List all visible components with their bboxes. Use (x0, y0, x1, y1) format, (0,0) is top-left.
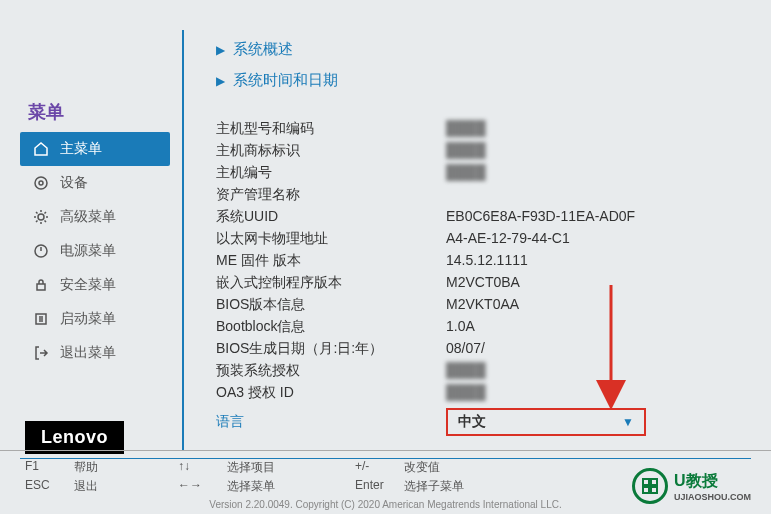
info-label: 主机商标标识 (216, 142, 446, 160)
info-value: 08/07/ (446, 340, 485, 358)
key-group: ↑↓选择项目←→选择菜单 (178, 459, 275, 495)
chevron-right-icon: ▶ (216, 43, 225, 57)
info-value: ████ (446, 362, 486, 380)
sidebar: 菜单 主菜单 设备 高级菜单 (20, 10, 170, 450)
key-group: F1帮助ESC退出 (25, 459, 98, 495)
svg-point-1 (39, 181, 43, 185)
info-value: ████ (446, 142, 486, 160)
info-value: EB0C6E8A-F93D-11EA-AD0F (446, 208, 635, 226)
nav-system-datetime[interactable]: ▶ 系统时间和日期 (216, 71, 731, 90)
key-desc: 选择项目 (227, 459, 275, 476)
info-row: BIOS生成日期（月:日:年）08/07/ (216, 340, 731, 358)
key-name: Enter (355, 478, 390, 495)
menu-title: 菜单 (20, 100, 170, 124)
language-value: 中文 (458, 413, 486, 431)
info-row: 资产管理名称 (216, 186, 731, 204)
info-label: Bootblock信息 (216, 318, 446, 336)
key-hint: ↑↓选择项目 (178, 459, 275, 476)
info-row: 预装系统授权████ (216, 362, 731, 380)
sidebar-item-device[interactable]: 设备 (20, 166, 170, 200)
info-row: 以太网卡物理地址A4-AE-12-79-44-C1 (216, 230, 731, 248)
svg-rect-10 (651, 487, 657, 493)
main-content: ▶ 系统概述 ▶ 系统时间和日期 主机型号和编码████主机商标标识████主机… (196, 10, 751, 450)
sidebar-item-exit[interactable]: 退出菜单 (20, 336, 170, 370)
info-label: BIOS生成日期（月:日:年） (216, 340, 446, 358)
info-label: 资产管理名称 (216, 186, 446, 204)
sidebar-item-label: 电源菜单 (60, 242, 116, 260)
key-hint: +/-改变值 (355, 459, 464, 476)
language-select[interactable]: 中文 ▼ (446, 408, 646, 436)
info-row: 主机型号和编码████ (216, 120, 731, 138)
info-row: OA3 授权 ID████ (216, 384, 731, 402)
info-label: BIOS版本信息 (216, 296, 446, 314)
nav-system-overview[interactable]: ▶ 系统概述 (216, 40, 731, 59)
info-label: 嵌入式控制程序版本 (216, 274, 446, 292)
key-hint: Enter选择子菜单 (355, 478, 464, 495)
lock-icon (32, 276, 50, 294)
watermark-icon (632, 468, 668, 504)
sidebar-item-boot[interactable]: 启动菜单 (20, 302, 170, 336)
info-row: BIOS版本信息M2VKT0AA (216, 296, 731, 314)
sidebar-item-main[interactable]: 主菜单 (20, 132, 170, 166)
sidebar-item-advanced[interactable]: 高级菜单 (20, 200, 170, 234)
device-icon (32, 174, 50, 192)
key-desc: 选择子菜单 (404, 478, 464, 495)
sidebar-item-label: 退出菜单 (60, 344, 116, 362)
info-label: 主机型号和编码 (216, 120, 446, 138)
info-row: Bootblock信息1.0A (216, 318, 731, 336)
sidebar-item-label: 高级菜单 (60, 208, 116, 226)
key-name: ↑↓ (178, 459, 213, 476)
key-hint: ESC退出 (25, 478, 98, 495)
info-label: ME 固件 版本 (216, 252, 446, 270)
key-hint: F1帮助 (25, 459, 98, 476)
watermark: U教授 UJIAOSHOU.COM (632, 468, 751, 504)
menu-list: 主菜单 设备 高级菜单 电源菜单 (20, 132, 170, 370)
key-desc: 选择菜单 (227, 478, 275, 495)
key-hint: ←→选择菜单 (178, 478, 275, 495)
info-value: M2VKT0AA (446, 296, 519, 314)
sidebar-item-label: 设备 (60, 174, 88, 192)
svg-point-2 (38, 214, 44, 220)
boot-icon (32, 310, 50, 328)
info-label: 主机编号 (216, 164, 446, 182)
info-row: 嵌入式控制程序版本M2VCT0BA (216, 274, 731, 292)
key-name: ESC (25, 478, 60, 495)
key-name: +/- (355, 459, 390, 476)
key-desc: 改变值 (404, 459, 440, 476)
key-group: +/-改变值Enter选择子菜单 (355, 459, 464, 495)
key-name: F1 (25, 459, 60, 476)
language-label: 语言 (216, 413, 446, 431)
info-value: M2VCT0BA (446, 274, 520, 292)
info-value: ████ (446, 384, 486, 402)
key-desc: 退出 (74, 478, 98, 495)
info-value: ████ (446, 164, 486, 182)
exit-icon (32, 344, 50, 362)
svg-rect-4 (37, 284, 45, 290)
info-label: 系统UUID (216, 208, 446, 226)
info-label: 以太网卡物理地址 (216, 230, 446, 248)
key-name: ←→ (178, 478, 213, 495)
sidebar-item-security[interactable]: 安全菜单 (20, 268, 170, 302)
power-icon (32, 242, 50, 260)
info-row: 主机商标标识████ (216, 142, 731, 160)
watermark-text: U教授 UJIAOSHOU.COM (674, 471, 751, 502)
info-label: OA3 授权 ID (216, 384, 446, 402)
svg-point-0 (35, 177, 47, 189)
key-desc: 帮助 (74, 459, 98, 476)
nav-label: 系统概述 (233, 40, 293, 59)
nav-label: 系统时间和日期 (233, 71, 338, 90)
svg-rect-7 (643, 479, 649, 485)
vertical-divider (182, 30, 184, 450)
gear-icon (32, 208, 50, 226)
info-section: 主机型号和编码████主机商标标识████主机编号████资产管理名称系统UUI… (216, 120, 731, 402)
sidebar-item-label: 启动菜单 (60, 310, 116, 328)
home-icon (32, 140, 50, 158)
info-value: 1.0A (446, 318, 475, 336)
svg-rect-9 (643, 487, 649, 493)
info-value: 14.5.12.1111 (446, 252, 528, 270)
sidebar-item-power[interactable]: 电源菜单 (20, 234, 170, 268)
info-row: 主机编号████ (216, 164, 731, 182)
sidebar-item-label: 主菜单 (60, 140, 102, 158)
info-value: ████ (446, 120, 486, 138)
chevron-right-icon: ▶ (216, 74, 225, 88)
